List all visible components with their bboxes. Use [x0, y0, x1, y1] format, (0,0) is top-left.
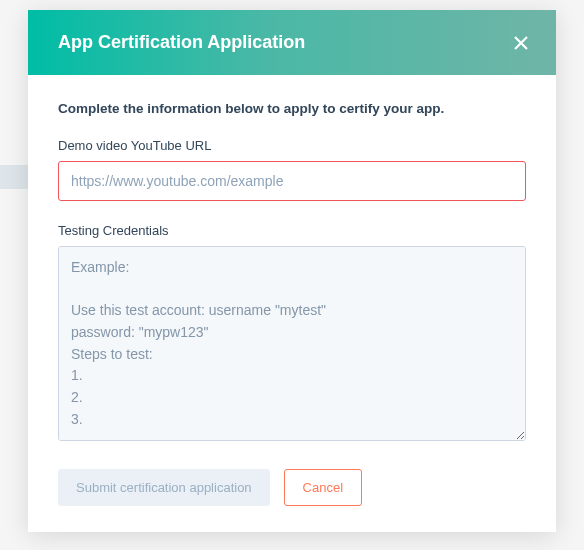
modal-body: Complete the information below to apply … — [28, 75, 556, 532]
modal-title: App Certification Application — [58, 32, 305, 53]
modal-header: App Certification Application — [28, 10, 556, 75]
demo-url-input[interactable] — [58, 161, 526, 201]
intro-text: Complete the information below to apply … — [58, 101, 526, 116]
cancel-button[interactable]: Cancel — [284, 469, 362, 506]
submit-button[interactable]: Submit certification application — [58, 469, 270, 506]
certification-modal: App Certification Application Complete t… — [28, 10, 556, 532]
close-icon[interactable] — [512, 34, 530, 52]
testing-credentials-label: Testing Credentials — [58, 223, 526, 238]
backdrop-strip — [0, 165, 28, 189]
button-row: Submit certification application Cancel — [58, 469, 526, 506]
testing-credentials-textarea[interactable] — [58, 246, 526, 441]
demo-url-label: Demo video YouTube URL — [58, 138, 526, 153]
